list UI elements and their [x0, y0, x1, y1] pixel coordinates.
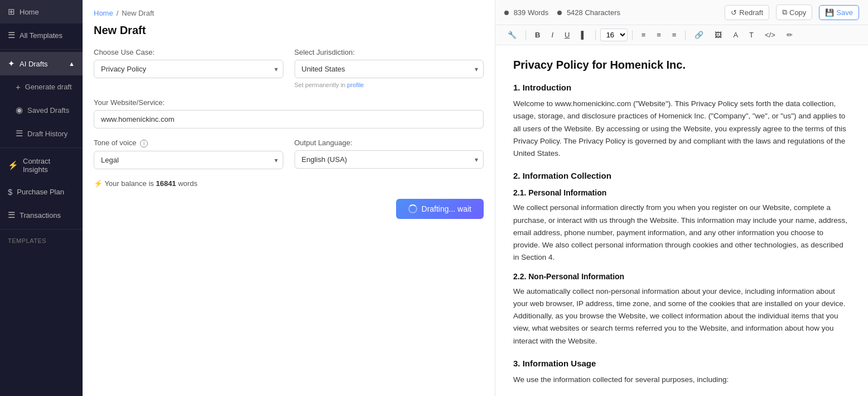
draft-button-container: Drafting... wait	[94, 199, 484, 219]
sidebar-item-contract-insights[interactable]: ⚡ Contract Insights	[0, 150, 83, 180]
output-language-select-wrapper: English (USA) English (UK) Spanish	[295, 150, 484, 169]
website-label: Your Website/Service:	[94, 98, 484, 107]
sidebar-transactions-label: Transactions	[20, 211, 61, 220]
main-area: Home / New Draft New Draft Choose Use Ca…	[83, 0, 868, 396]
tone-label: Tone of voice i	[94, 139, 283, 147]
use-case-jurisdiction-row: Choose Use Case: Privacy Policy Terms of…	[94, 48, 484, 88]
italic-button[interactable]: I	[547, 28, 558, 41]
fmt-sep-2	[595, 30, 596, 40]
link-button[interactable]: 🔗	[690, 28, 708, 41]
words-label: 839 Words	[514, 8, 549, 17]
output-language-select[interactable]: English (USA) English (UK) Spanish	[295, 150, 484, 169]
profile-link[interactable]: profile	[347, 82, 364, 88]
save-icon: 💾	[825, 8, 834, 17]
section-2-1-content: We collect personal information directly…	[513, 202, 850, 264]
unordered-list-button[interactable]: ≡	[637, 28, 650, 41]
jurisdiction-select[interactable]: United States European Union United King…	[295, 60, 484, 78]
draft-btn-label: Drafting... wait	[422, 204, 471, 213]
align-button[interactable]: ≡	[668, 28, 681, 41]
jurisdiction-group: Select Jurisdiction: United States Europ…	[295, 48, 484, 88]
ordered-list-button[interactable]: ≡	[652, 28, 666, 41]
save-label: Save	[836, 8, 853, 17]
format-toolbar: 🔧 B I U ▌ 1612141824 ≡ ≡ ≡ 🔗 🖼 A T </	[495, 25, 868, 45]
section-1-content: Welcome to www.homenickinc.com ("Website…	[513, 98, 850, 160]
tone-select[interactable]: Legal Casual Formal	[94, 151, 283, 169]
history-icon: ☰	[16, 128, 23, 139]
content-wrapper: Home / New Draft New Draft Choose Use Ca…	[83, 0, 868, 396]
sidebar-item-generate-draft[interactable]: + Generate draft	[0, 75, 83, 98]
transactions-icon: ☰	[8, 210, 15, 220]
code-button[interactable]: </>	[760, 28, 780, 41]
sidebar: ⊞ Home ☰ All Templates ✦ AI Drafts ▲ + G…	[0, 0, 83, 396]
underline-button[interactable]: U	[560, 28, 574, 41]
save-button[interactable]: 💾 Save	[819, 5, 859, 20]
home-icon: ⊞	[8, 7, 15, 17]
copy-icon: ⧉	[782, 8, 787, 17]
section-2-2-heading: 2.2. Non-Personal Information	[513, 272, 850, 281]
image-button[interactable]: 🖼	[710, 28, 726, 41]
use-case-group: Choose Use Case: Privacy Policy Terms of…	[94, 48, 283, 88]
font-color-button[interactable]: A	[729, 28, 742, 41]
purchase-icon: $	[8, 187, 12, 197]
section-3-list: To process, fulfill, and ship orders; To…	[524, 393, 850, 396]
templates-section-header: Templates	[0, 232, 83, 246]
sidebar-saved-label: Saved Drafts	[27, 106, 69, 114]
sidebar-ai-drafts-label: AI Drafts	[20, 60, 48, 68]
pen-button[interactable]: ✏	[782, 28, 797, 41]
sidebar-item-draft-history[interactable]: ☰ Draft History	[0, 122, 83, 145]
sidebar-purchase-label: Purchase Plan	[17, 188, 64, 196]
tone-select-wrapper: Legal Casual Formal	[94, 151, 283, 169]
magic-tool-button[interactable]: 🔧	[503, 28, 521, 41]
section-2-2-content: We automatically collect non-personal in…	[513, 285, 850, 347]
redraft-button[interactable]: ↺ Redraft	[725, 5, 769, 20]
doc-actions: ↺ Redraft ⧉ Copy 💾 Save	[725, 4, 859, 20]
bold-button[interactable]: B	[531, 28, 544, 41]
strikethrough-button[interactable]: ▌	[576, 28, 590, 41]
chars-dot	[557, 11, 562, 15]
section-1-heading: 1. Introduction	[513, 83, 850, 92]
sidebar-item-home[interactable]: ⊞ Home	[0, 0, 83, 23]
balance-info: ⚡ Your balance is 16841 words	[94, 179, 484, 188]
copy-button[interactable]: ⧉ Copy	[776, 4, 812, 20]
sidebar-all-templates-label: All Templates	[20, 31, 62, 40]
section-3-content: We use the information collected for sev…	[513, 374, 850, 386]
balance-amount: 16841	[156, 179, 176, 188]
ai-drafts-icon: ✦	[8, 59, 15, 69]
balance-icon: ⚡	[94, 179, 103, 188]
sidebar-item-purchase-plan[interactable]: $ Purchase Plan	[0, 180, 83, 203]
sidebar-home-label: Home	[20, 8, 39, 16]
sidebar-item-all-templates[interactable]: ☰ All Templates	[0, 23, 83, 47]
doc-stats: 839 Words 5428 Characters	[504, 8, 620, 17]
page-title: New Draft	[94, 24, 484, 37]
drafting-button[interactable]: Drafting... wait	[396, 199, 484, 219]
tone-info-icon[interactable]: i	[140, 140, 148, 147]
text-style-button[interactable]: T	[745, 28, 758, 41]
sidebar-history-label: Draft History	[27, 130, 67, 138]
section-2-1-heading: 2.1. Personal Information	[513, 188, 850, 197]
website-input[interactable]: www.homenickinc.com	[94, 110, 484, 128]
copy-label: Copy	[789, 8, 806, 17]
document-title: Privacy Policy for Homenick Inc.	[513, 59, 850, 71]
document-content: Privacy Policy for Homenick Inc. 1. Intr…	[495, 45, 868, 396]
tone-label-text: Tone of voice	[94, 139, 137, 147]
chars-stat: 5428 Characters	[557, 8, 620, 17]
fmt-sep-1	[525, 30, 526, 40]
sidebar-item-ai-drafts[interactable]: ✦ AI Drafts ▲	[0, 52, 83, 75]
use-case-select[interactable]: Privacy Policy Terms of Service NDA	[94, 60, 283, 78]
contract-icon: ⚡	[8, 160, 18, 170]
section-2-heading: 2. Information Collection	[513, 171, 850, 180]
sidebar-item-transactions[interactable]: ☰ Transactions	[0, 203, 83, 227]
fmt-sep-4	[685, 30, 686, 40]
balance-post: words	[178, 179, 197, 188]
breadcrumb-home[interactable]: Home	[94, 9, 113, 17]
sidebar-item-saved-drafts[interactable]: ◉ Saved Drafts	[0, 98, 83, 122]
loading-spinner	[408, 204, 417, 213]
list-item-1: To process, fulfill, and ship orders;	[524, 393, 850, 396]
tone-language-row: Tone of voice i Legal Casual Formal Outp…	[94, 139, 484, 169]
fmt-sep-3	[632, 30, 633, 40]
balance-pre: Your balance is	[104, 179, 153, 188]
output-language-label: Output Language:	[295, 139, 484, 147]
ai-drafts-chevron: ▲	[69, 60, 75, 67]
font-size-select[interactable]: 1612141824	[600, 28, 628, 41]
jurisdiction-select-wrapper: United States European Union United King…	[295, 60, 484, 78]
